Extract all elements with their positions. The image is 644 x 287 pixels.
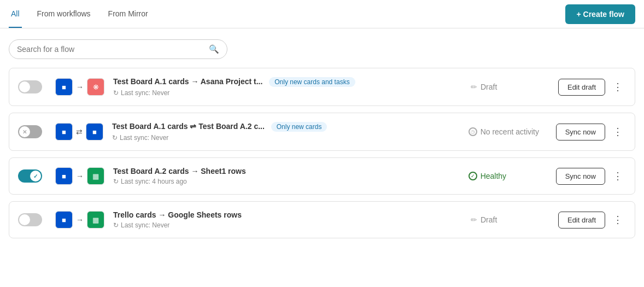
- flow-row: ✓ ■ → ❋ Test Board A.1 cards → Asana Pro…: [9, 68, 635, 106]
- flow-3-sync-icon: ↻: [113, 178, 119, 185]
- flow-3-status-label: Healthy: [481, 172, 506, 180]
- flow-4-action-button[interactable]: Edit draft: [558, 212, 605, 229]
- toggle-check-icon: ✓: [22, 217, 27, 223]
- flow-4-sync-icon: ↻: [113, 221, 119, 229]
- flow-1-arrow-icon: →: [76, 83, 84, 91]
- flow-1-status-label: Draft: [481, 83, 497, 91]
- flow-1-pencil-icon: ✏: [471, 83, 477, 91]
- flow-1-title: Test Board A.1 cards → Asana Project t..…: [113, 77, 462, 87]
- trello-icon: ■: [62, 172, 66, 180]
- search-box: 🔍: [9, 39, 227, 59]
- flow-1-title-text: Test Board A.1 cards → Asana Project t..…: [113, 77, 262, 86]
- flow-1-actions: Edit draft ⋮: [558, 79, 626, 96]
- flow-1-source-icon: ■: [55, 78, 73, 96]
- flow-2-icons: ■ ⇄ ■: [55, 123, 103, 140]
- flow-2-status-label: No recent activity: [481, 127, 539, 136]
- flow-4-more-button[interactable]: ⋮: [610, 212, 626, 228]
- flow-3-source-icon: ■: [55, 167, 73, 185]
- flow-4-source-icon: ■: [55, 211, 73, 229]
- flow-2-actions: Sync now ⋮: [556, 124, 626, 140]
- flow-4-pencil-icon: ✏: [471, 215, 477, 224]
- flow-list: ✓ ■ → ❋ Test Board A.1 cards → Asana Pro…: [0, 68, 644, 238]
- flow-row: ✓ ■ → ▦ Test Board A.2 cards → Sheet1 ro…: [9, 157, 635, 195]
- toggle-check-icon: ✓: [33, 173, 38, 179]
- flow-2-arrow-icon: ⇄: [76, 127, 83, 136]
- flow-2-info: Test Board A.1 cards ⇌ Test Board A.2 c.…: [112, 122, 460, 142]
- sheets-icon: ▦: [92, 172, 99, 180]
- tab-all[interactable]: All: [9, 0, 22, 28]
- tabs-group: All From workflows From Mirror: [9, 0, 150, 28]
- toggle-knob: ✓: [19, 214, 30, 225]
- flow-3-dest-icon: ▦: [87, 167, 104, 185]
- flow-2-title-text: Test Board A.1 cards ⇌ Test Board A.2 c.…: [112, 122, 265, 131]
- flow-row: ✕ ■ ⇄ ■ Test Board A.1 cards ⇌ Test Boar…: [9, 113, 635, 151]
- toggle-check-icon: ✓: [22, 84, 27, 90]
- trello-icon: ■: [62, 83, 66, 91]
- trello-icon: ■: [62, 216, 66, 224]
- flow-3-title-text: Test Board A.2 cards → Sheet1 rows: [113, 167, 246, 175]
- flow-3-sync: ↻ Last sync: 4 hours ago: [113, 178, 460, 185]
- flow-2-toggle[interactable]: ✕: [18, 125, 42, 138]
- flow-1-sync: ↻ Last sync: Never: [113, 89, 462, 97]
- app-container: All From workflows From Mirror + Create …: [0, 0, 644, 238]
- search-icon: 🔍: [209, 44, 219, 54]
- flow-4-info: Trello cards → Google Sheets rows ↻ Last…: [113, 210, 462, 229]
- flow-1-action-button[interactable]: Edit draft: [558, 79, 605, 96]
- trello-icon: ■: [92, 128, 97, 136]
- flow-1-sync-icon: ↻: [113, 89, 119, 97]
- flow-3-more-button[interactable]: ⋮: [610, 168, 626, 184]
- search-input[interactable]: [17, 45, 209, 54]
- flow-4-status-label: Draft: [481, 215, 497, 224]
- flow-1-icons: ■ → ❋: [55, 78, 104, 96]
- flow-1-toggle-wrap: ✓: [18, 80, 46, 93]
- create-flow-button[interactable]: + Create flow: [565, 4, 635, 24]
- flow-4-arrow-icon: →: [76, 215, 84, 224]
- tab-from-workflows[interactable]: From workflows: [35, 0, 93, 28]
- flow-3-healthy-icon: ✓: [469, 172, 477, 180]
- flow-3-sync-label: Last sync: 4 hours ago: [121, 178, 187, 185]
- flow-2-source-icon: ■: [55, 123, 73, 140]
- flow-2-action-button[interactable]: Sync now: [556, 124, 605, 140]
- toggle-x-icon: ✕: [22, 129, 27, 135]
- sheets-icon: ▦: [92, 216, 99, 224]
- flow-2-badge: Only new cards: [271, 122, 327, 132]
- toggle-knob: ✕: [19, 126, 30, 137]
- flow-3-action-button[interactable]: Sync now: [556, 168, 605, 185]
- tabs-bar: All From workflows From Mirror + Create …: [0, 0, 644, 28]
- flow-4-icons: ■ → ▦: [55, 211, 104, 229]
- flow-3-arrow-icon: →: [76, 172, 84, 180]
- flow-2-toggle-wrap: ✕: [18, 125, 46, 138]
- flow-3-title: Test Board A.2 cards → Sheet1 rows: [113, 167, 460, 175]
- flow-1-dest-icon: ❋: [87, 78, 104, 96]
- flow-2-sync-label: Last sync: Never: [120, 134, 168, 142]
- flow-1-toggle[interactable]: ✓: [18, 80, 42, 93]
- flow-1-badge: Only new cards and tasks: [269, 77, 355, 87]
- flow-3-info: Test Board A.2 cards → Sheet1 rows ↻ Las…: [113, 167, 460, 185]
- flow-2-title: Test Board A.1 cards ⇌ Test Board A.2 c.…: [112, 122, 460, 132]
- flow-4-toggle[interactable]: ✓: [18, 213, 42, 226]
- flow-4-toggle-wrap: ✓: [18, 213, 46, 226]
- toggle-knob: ✓: [30, 171, 41, 181]
- asana-icon: ❋: [93, 83, 99, 91]
- flow-3-status: ✓ Healthy: [469, 172, 556, 180]
- flow-2-sync: ↻ Last sync: Never: [112, 134, 460, 142]
- flow-1-info: Test Board A.1 cards → Asana Project t..…: [113, 77, 462, 97]
- flow-4-actions: Edit draft ⋮: [558, 212, 626, 229]
- toggle-knob: ✓: [19, 81, 30, 92]
- tab-from-mirror[interactable]: From Mirror: [106, 0, 150, 28]
- search-area: 🔍: [0, 28, 644, 68]
- flow-1-status: ✏ Draft: [471, 83, 558, 91]
- flow-2-dest-icon: ■: [86, 123, 103, 140]
- flow-4-title-text: Trello cards → Google Sheets rows: [113, 210, 242, 219]
- flow-2-status: ◷ No recent activity: [469, 127, 556, 136]
- flow-4-title: Trello cards → Google Sheets rows: [113, 210, 462, 219]
- flow-3-toggle[interactable]: ✓: [18, 169, 42, 183]
- trello-icon: ■: [62, 128, 66, 136]
- flow-3-actions: Sync now ⋮: [556, 168, 626, 185]
- flow-2-clock-icon: ◷: [469, 127, 477, 136]
- flow-1-more-button[interactable]: ⋮: [610, 79, 626, 95]
- flow-row: ✓ ■ → ▦ Trello cards → Google Sheets row…: [9, 201, 635, 238]
- flow-1-sync-label: Last sync: Never: [121, 89, 169, 97]
- flow-2-more-button[interactable]: ⋮: [610, 124, 626, 140]
- flow-2-sync-icon: ↻: [112, 134, 118, 142]
